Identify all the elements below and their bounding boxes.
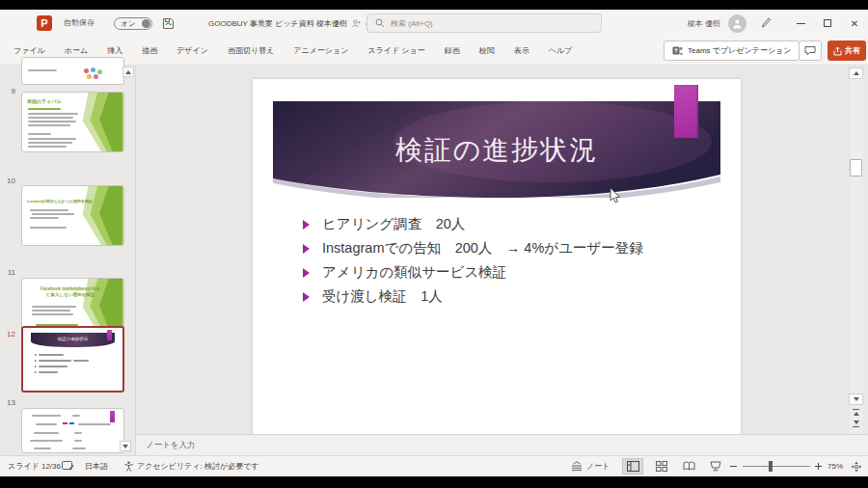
tab-view[interactable]: 表示 [504,37,539,66]
bullet-item: ヒアリング調査 20人 [303,212,643,236]
bullet-icon [303,244,310,254]
editor-scrollbar[interactable] [850,68,863,434]
tab-review[interactable]: 校閲 [470,37,504,66]
thumbnail-number-13: 13 [2,398,15,407]
maximize-button[interactable] [814,10,841,37]
powerpoint-logo-icon: P [37,15,52,31]
zoom-slider-thumb[interactable] [769,461,773,472]
normal-view-button[interactable] [622,458,643,474]
zoom-slider[interactable] [743,466,810,467]
shared-person-icon [352,19,361,28]
slide-editor: 検証の進捗状況 ヒアリング調査 20人 Instagramでの告知 200人 →… [136,66,868,434]
reading-view-button[interactable] [678,458,699,474]
ribbon-tab-row: ファイル ホーム 挿入 描画 デザイン 画面切り替え アニメーション スライド … [0,37,868,66]
comments-button[interactable] [799,41,822,61]
titlebar-right: 榎本 優樹 ✕ [688,10,868,37]
scroll-down-button[interactable] [849,393,863,405]
document-title: GOODBUY 事業案 ピッチ資料 榎本優樹 [208,18,347,29]
fit-slide-button[interactable] [851,456,862,476]
bullet-item: 受け渡し検証 1人 [303,285,643,309]
notes-placeholder: ノートを入力 [146,440,196,451]
person-icon [732,18,743,29]
next-slide-button[interactable] [849,420,863,427]
accessibility-icon [123,456,134,476]
zoom-level[interactable]: 75% [827,456,843,476]
bullet-icon [303,292,310,302]
share-button[interactable]: 共有 [827,41,866,61]
slide-canvas[interactable]: 検証の進捗状況 ヒアリング調査 20人 Instagramでの告知 200人 →… [253,79,741,434]
thumbnail-number-12: 12 [2,330,15,339]
slide-bullets[interactable]: ヒアリング調査 20人 Instagramでの告知 200人 → 4%がユーザー… [303,212,643,309]
slide-thumbnail-panel: 9 米国のライバル 10 Locok [0,66,136,455]
teams-icon [672,45,683,56]
mini-accent-tab [107,330,112,340]
notes-toggle-button[interactable]: ノート [571,456,610,476]
thumbnail-slide-12[interactable]: 検証の進捗状況 [21,326,124,393]
previous-slide-button[interactable] [849,409,863,416]
autosave-label: 自動保存 [64,10,95,37]
thumbnail-slide-8[interactable] [21,57,124,85]
slideshow-button[interactable] [705,458,726,474]
teams-present-button[interactable]: Teams でプレゼンテーション [664,41,800,61]
ink-pen-icon[interactable] [760,14,772,32]
close-button[interactable]: ✕ [841,10,868,37]
bullet-item: アメリカの類似サービス検証 [303,260,643,285]
user-name: 榎本 優樹 [688,18,720,29]
thumbnail-slide-10[interactable]: Locoketが流行らなかった理由を検証 [21,185,124,246]
tab-transitions[interactable]: 画面切り替え [218,37,284,66]
zoom-in-button[interactable] [815,456,822,476]
bullet-icon [303,220,310,230]
tab-draw[interactable]: 描画 [132,37,167,66]
toggle-knob [142,19,150,28]
bullet-item: Instagramでの告知 200人 → 4%がユーザー登録 [303,236,643,260]
search-placeholder: 検索 (Alt+Q) [391,18,433,29]
notes-icon [571,461,583,472]
slide-title[interactable]: 検証の進捗状況 [273,101,720,184]
autosave-toggle-state: オン [121,19,135,29]
share-label: 共有 [845,45,860,56]
thumbnails-scroll-down-button[interactable] [120,441,131,451]
autosave-toggle[interactable]: オン [114,17,152,30]
slide-sorter-button[interactable] [651,458,672,474]
slide-indicator[interactable]: スライド 12/36 [8,456,61,476]
titlebar: P 自動保存 オン GOODBUY 事業案 ピッチ資料 榎本優樹 • 保存済み … [0,10,868,37]
notes-pane[interactable]: ノートを入力 [136,434,868,455]
bullet-icon [303,268,310,278]
mouse-cursor [610,187,622,204]
display-settings-icon[interactable] [62,456,74,476]
thumb12-title: 検証の進捗状況 [31,337,115,341]
thumbnail-number-10: 10 [2,176,15,185]
scrollbar-thumb[interactable] [850,159,862,176]
statusbar: スライド 12/36 日本語 アクセシビリティ: 検討が必要です ノート 75% [0,455,868,476]
language-indicator[interactable]: 日本語 [85,456,108,476]
tab-record[interactable]: 録画 [435,37,470,66]
mini-title-banner: 検証の進捗状況 [31,333,115,347]
thumbnail-slide-9[interactable]: 米国のライバル [21,92,124,152]
facet-decoration [80,93,123,151]
zoom-out-button[interactable] [730,456,737,476]
tab-help[interactable]: ヘルプ [539,37,583,66]
thumbnail-slide-13[interactable] [21,408,124,453]
facet-decoration [80,186,123,245]
thumbnails-scroll-up-button[interactable] [122,67,134,77]
tab-animations[interactable]: アニメーション [284,37,358,66]
share-icon [833,46,842,56]
avatar[interactable] [728,14,746,33]
thumb11-title-line2: に参入しない理由を検証 [26,292,115,298]
scroll-up-button[interactable] [849,68,863,79]
teams-present-label: Teams でプレゼンテーション [688,45,791,56]
mini-accent-tab [110,411,115,422]
thumb9-title: 米国のライバル [27,98,62,104]
save-icon[interactable] [162,16,175,34]
thumbnail-number-11: 11 [2,268,15,277]
search-input[interactable]: 検索 (Alt+Q) [366,14,602,33]
search-icon [375,18,385,28]
accessibility-status[interactable]: アクセシビリティ: 検討が必要です [137,456,259,476]
thumb10-title: Locoketが流行らなかった理由を検証 [27,199,93,203]
minimize-button[interactable] [787,10,814,37]
tab-design[interactable]: デザイン [167,37,218,66]
powerpoint-window: P 自動保存 オン GOODBUY 事業案 ピッチ資料 榎本優樹 • 保存済み … [0,10,868,476]
comment-icon [804,45,816,56]
tab-slideshow[interactable]: スライド ショー [358,37,434,66]
thumbnail-number-9: 9 [2,87,15,95]
